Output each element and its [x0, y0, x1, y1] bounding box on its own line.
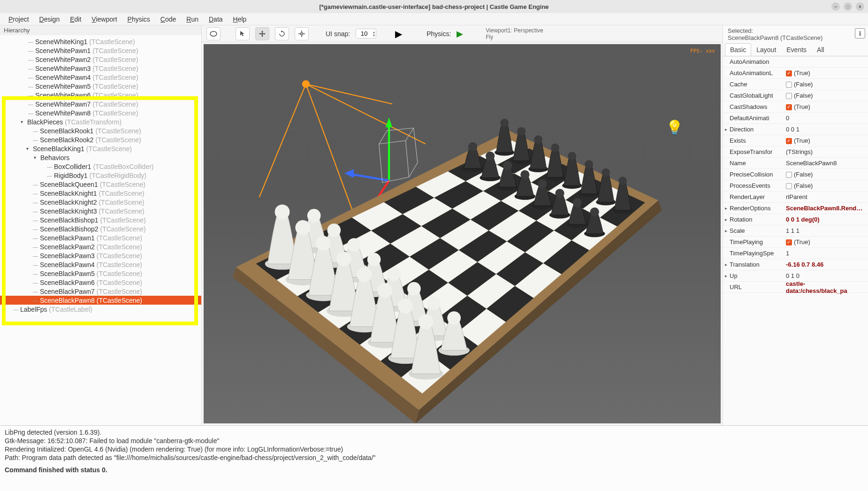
close-button[interactable]: × [856, 2, 864, 11]
tree-node-Behaviors[interactable]: ▾Behaviors [0, 153, 201, 162]
menu-help[interactable]: Help [228, 14, 251, 24]
info-button[interactable]: i [855, 28, 865, 38]
prop-TimePlayingSpe[interactable]: TimePlayingSpe1 [723, 248, 868, 259]
prop-RenderLayer[interactable]: RenderLayerrlParent [723, 192, 868, 203]
tree-node-SceneBlackKnight2[interactable]: —SceneBlackKnight2(TCastleScene) [0, 198, 201, 207]
prop-AutoAnimationL[interactable]: AutoAnimationL(True) [723, 68, 868, 79]
prop-RenderOptions[interactable]: ▸RenderOptionsSceneBlackPawn8.RenderO [723, 203, 868, 214]
tree-node-SceneBlackPawn1[interactable]: —SceneBlackPawn1(TCastleScene) [0, 233, 201, 242]
prop-Exists[interactable]: Exists(True) [723, 135, 868, 146]
tab-layout[interactable]: Layout [751, 43, 781, 56]
tree-node-SceneWhitePawn4[interactable]: —SceneWhitePawn4(TCastleScene) [0, 73, 201, 82]
tree-node-RigidBody1[interactable]: —RigidBody1(TCastleRigidBody) [0, 171, 201, 180]
prop-Translation[interactable]: ▸Translation-6.16 0.7 8.46 [723, 259, 868, 270]
minimize-button[interactable]: – [831, 2, 840, 11]
hierarchy-tree[interactable]: —SceneWhiteKing1(TCastleScene)—SceneWhit… [0, 35, 201, 425]
chevron-down-icon[interactable]: ▾ [373, 34, 375, 37]
ui-snap-stepper[interactable]: ▴▾ [356, 29, 376, 38]
property-grid[interactable]: AutoAnimationAutoAnimationL(True)Cache(F… [723, 56, 868, 425]
tree-node-SceneBlackRook2[interactable]: —SceneBlackRook2(TCastleScene) [0, 135, 201, 144]
console-line: LibPng detected (version 1.6.39). [5, 429, 863, 436]
viewport-3d[interactable]: FPS: xxx 💡 [204, 44, 721, 423]
console-line: Rendering Initialized: OpenGL 4.6 (Nvidi… [5, 445, 863, 453]
menu-viewport[interactable]: Viewport [87, 14, 122, 24]
tree-node-SceneBlackRook1[interactable]: —SceneBlackRook1(TCastleScene) [0, 126, 201, 135]
checkbox-icon[interactable] [786, 70, 792, 77]
expander-icon[interactable]: ▾ [34, 155, 38, 160]
output-console[interactable]: LibPng detected (version 1.6.39).Gtk-Mes… [0, 425, 868, 491]
prop-TimePlaying[interactable]: TimePlaying(True) [723, 237, 868, 248]
ui-snap-input[interactable] [356, 29, 372, 38]
physics-label: Physics: [426, 30, 451, 38]
rotate-tool-button[interactable] [275, 27, 289, 40]
tree-node-SceneBlackPawn6[interactable]: —SceneBlackPawn6(TCastleScene) [0, 278, 201, 287]
tree-node-SceneWhitePawn7[interactable]: —SceneWhitePawn7(TCastleScene) [0, 100, 201, 108]
checkbox-icon[interactable] [786, 93, 792, 99]
tree-node-LabelFps[interactable]: —LabelFps(TCastleLabel) [0, 305, 201, 314]
checkbox-icon[interactable] [786, 172, 792, 178]
select-tool-button[interactable] [236, 27, 250, 40]
tree-node-SceneBlackPawn2[interactable]: —SceneBlackPawn2(TCastleScene) [0, 242, 201, 251]
tree-node-SceneWhitePawn6[interactable]: —SceneWhitePawn6(TCastleScene) [0, 91, 201, 100]
tree-node-SceneWhitePawn8[interactable]: —SceneWhitePawn8(TCastleScene) [0, 108, 201, 117]
tree-node-BoxCollider1[interactable]: —BoxCollider1(TCastleBoxCollider) [0, 162, 201, 171]
tree-node-SceneBlackKnight3[interactable]: —SceneBlackKnight3(TCastleScene) [0, 207, 201, 215]
prop-Cache[interactable]: Cache(False) [723, 79, 868, 90]
tree-node-SceneBlackBishop1[interactable]: —SceneBlackBishop1(TCastleScene) [0, 215, 201, 224]
tree-node-SceneWhiteKing1[interactable]: —SceneWhiteKing1(TCastleScene) [0, 37, 201, 46]
physics-play-button[interactable]: ▶ [457, 29, 463, 39]
tree-node-SceneWhitePawn2[interactable]: —SceneWhitePawn2(TCastleScene) [0, 55, 201, 64]
checkbox-icon[interactable] [786, 104, 792, 110]
prop-Name[interactable]: NameSceneBlackPawn8 [723, 158, 868, 169]
menu-project[interactable]: Project [4, 14, 34, 24]
play-button[interactable]: ▶ [395, 28, 402, 39]
prop-Rotation[interactable]: ▸Rotation0 0 1 deg(0) [723, 214, 868, 225]
anchor-tool-button[interactable] [206, 27, 221, 40]
tree-node-SceneWhitePawn5[interactable]: —SceneWhitePawn5(TCastleScene) [0, 82, 201, 91]
prop-PreciseCollision[interactable]: PreciseCollision(False) [723, 169, 868, 180]
menu-run[interactable]: Run [182, 14, 203, 24]
checkbox-icon[interactable] [786, 239, 792, 246]
tree-node-SceneBlackQueen1[interactable]: —SceneBlackQueen1(TCastleScene) [0, 180, 201, 189]
tree-node-SceneWhitePawn1[interactable]: —SceneWhitePawn1(TCastleScene) [0, 46, 201, 55]
checkbox-icon[interactable] [786, 82, 792, 88]
prop-CastShadows[interactable]: CastShadows(True) [723, 101, 868, 113]
prop-Scale[interactable]: ▸Scale1 1 1 [723, 225, 868, 237]
tree-node-SceneBlackBishop2[interactable]: —SceneBlackBishop2(TCastleScene) [0, 224, 201, 233]
tree-node-BlackPieces[interactable]: ▾BlackPieces(TCastleTransform) [0, 117, 201, 126]
tree-node-SceneBlackPawn4[interactable]: —SceneBlackPawn4(TCastleScene) [0, 260, 201, 269]
menu-physics[interactable]: Physics [123, 14, 155, 24]
scale-tool-button[interactable] [295, 27, 309, 40]
prop-Direction[interactable]: ▸Direction0 0 1 [723, 124, 868, 135]
menu-design[interactable]: Design [35, 14, 65, 24]
expander-icon[interactable]: ▾ [26, 146, 31, 151]
maximize-button[interactable]: □ [844, 2, 852, 11]
inspector-panel: Selected: SceneBlackPawn8 (TCastleScene)… [723, 25, 868, 425]
tab-events[interactable]: Events [781, 43, 812, 56]
menu-edit[interactable]: Edit [65, 14, 86, 24]
svg-point-87 [447, 311, 461, 325]
prop-ExposeTransfor[interactable]: ExposeTransfor(TStrings) [723, 146, 868, 158]
prop-URL[interactable]: URLcastle-data:/chess/black_pa [723, 282, 868, 293]
tree-node-SceneBlackPawn8[interactable]: —SceneBlackPawn8(TCastleScene) [0, 296, 201, 305]
prop-DefaultAnimati[interactable]: DefaultAnimati0 [723, 113, 868, 124]
tree-node-SceneBlackPawn3[interactable]: —SceneBlackPawn3(TCastleScene) [0, 251, 201, 260]
prop-AutoAnimation[interactable]: AutoAnimation [723, 56, 868, 68]
prop-ProcessEvents[interactable]: ProcessEvents(False) [723, 180, 868, 192]
checkbox-icon[interactable] [786, 183, 792, 189]
menu-code[interactable]: Code [156, 14, 181, 24]
tree-node-SceneBlackPawn5[interactable]: —SceneBlackPawn5(TCastleScene) [0, 269, 201, 278]
expander-icon[interactable]: ▾ [21, 119, 25, 124]
move-tool-button[interactable] [255, 27, 269, 40]
checkbox-icon[interactable] [786, 138, 792, 144]
tree-node-SceneBlackPawn7[interactable]: —SceneBlackPawn7(TCastleScene) [0, 287, 201, 296]
tree-node-SceneBlackKing1[interactable]: ▾SceneBlackKing1(TCastleScene) [0, 144, 201, 153]
tab-basic[interactable]: Basic [725, 43, 751, 56]
svg-line-4 [349, 174, 389, 180]
tab-all[interactable]: All [812, 43, 830, 56]
tree-node-SceneWhitePawn3[interactable]: —SceneWhitePawn3(TCastleScene) [0, 64, 201, 73]
svg-point-121 [500, 119, 509, 127]
tree-node-SceneBlackKnight1[interactable]: —SceneBlackKnight1(TCastleScene) [0, 189, 201, 198]
prop-CastGlobalLight[interactable]: CastGlobalLight(False) [723, 90, 868, 101]
menu-data[interactable]: Data [204, 14, 228, 24]
